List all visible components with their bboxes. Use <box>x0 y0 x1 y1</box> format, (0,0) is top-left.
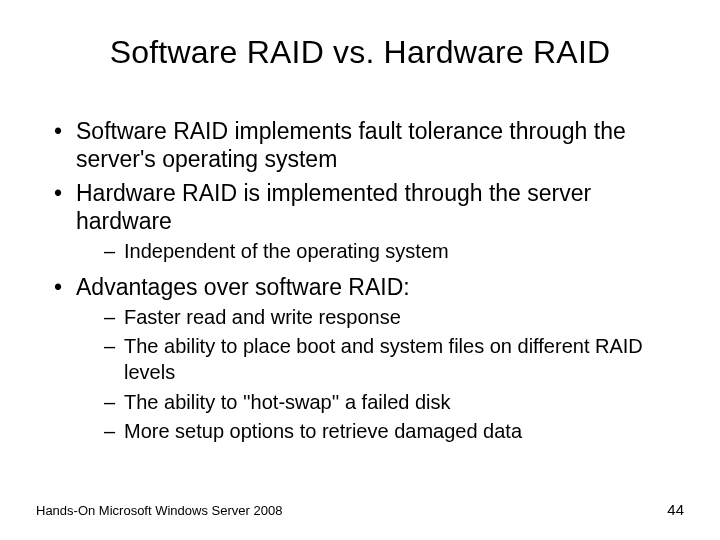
sub-bullet-text: The ability to ''hot-swap'' a failed dis… <box>124 391 451 413</box>
sub-bullet-text: More setup options to retrieve damaged d… <box>124 420 522 442</box>
sub-bullet-list: Independent of the operating system <box>76 239 684 265</box>
sub-bullet-text: The ability to place boot and system fil… <box>124 335 643 383</box>
slide: Software RAID vs. Hardware RAID Software… <box>0 0 720 540</box>
bullet-item: Software RAID implements fault tolerance… <box>54 117 684 173</box>
bullet-text: Hardware RAID is implemented through the… <box>76 180 591 234</box>
bullet-text: Advantages over software RAID: <box>76 274 410 300</box>
bullet-text: Software RAID implements fault tolerance… <box>76 118 626 172</box>
footer-source: Hands-On Microsoft Windows Server 2008 <box>36 503 282 518</box>
bullet-item: Hardware RAID is implemented through the… <box>54 179 684 265</box>
sub-bullet-item: The ability to ''hot-swap'' a failed dis… <box>104 390 684 416</box>
sub-bullet-item: Faster read and write response <box>104 305 684 331</box>
bullet-item: Advantages over software RAID: Faster re… <box>54 273 684 445</box>
sub-bullet-item: Independent of the operating system <box>104 239 684 265</box>
sub-bullet-item: More setup options to retrieve damaged d… <box>104 419 684 445</box>
sub-bullet-text: Independent of the operating system <box>124 240 449 262</box>
sub-bullet-list: Faster read and write response The abili… <box>76 305 684 445</box>
sub-bullet-item: The ability to place boot and system fil… <box>104 334 684 385</box>
bullet-list: Software RAID implements fault tolerance… <box>36 117 684 445</box>
slide-title: Software RAID vs. Hardware RAID <box>36 34 684 71</box>
page-number: 44 <box>667 501 684 518</box>
sub-bullet-text: Faster read and write response <box>124 306 401 328</box>
